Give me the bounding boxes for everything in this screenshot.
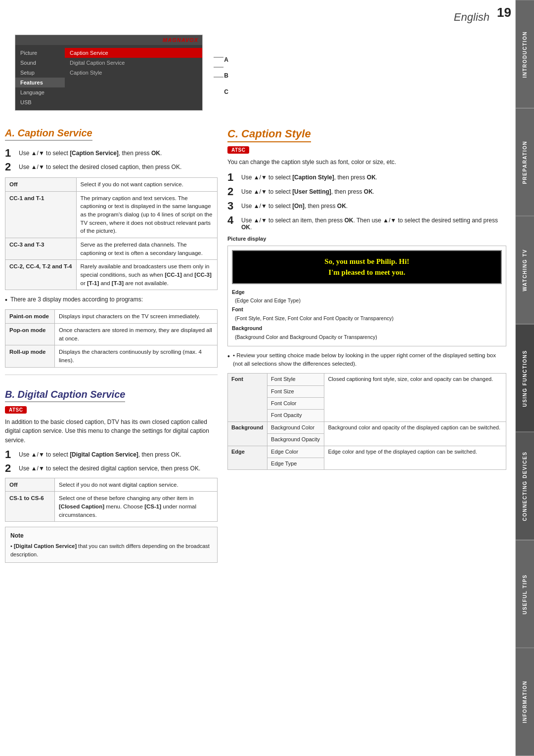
menu-item-usb[interactable]: USB [15,97,65,107]
bg-opacity-cell: Background Opacity [267,434,324,446]
row-key: Roll-up mode [5,345,55,367]
section-a-title: A. Caption Service [5,127,92,141]
sidebar-tab-introduction[interactable]: INTRODUCTION [516,0,534,108]
row-key: Off [5,478,55,492]
font-opacity-cell: Font Opacity [267,410,324,421]
menu-item-setup[interactable]: Setup [15,68,65,78]
submenu-caption-style[interactable]: Caption Style [65,68,202,78]
left-column: A. Caption Service 1 Use ▲/▼ to select [… [5,121,218,568]
edge-label: Edge [232,289,245,295]
font-color-cell: Font Color [267,397,324,409]
font-style-cell: Font Style [267,374,324,385]
section-c-title: C. Caption Style [227,127,311,142]
step-a2-num: 2 [5,162,14,172]
picture-display-label: Picture display [227,236,506,242]
font-size-cell: Font Size [267,385,324,397]
row-value: The primary caption and text services. T… [76,191,217,238]
table-row: Paint-on mode Displays input characters … [5,310,218,324]
right-column: C. Caption Style ATSC You can change the… [227,121,506,568]
tv-menu-screenshot: MAGNAVOX Picture Sound Setup Features La… [15,35,203,111]
step-a2-text: Use ▲/▼ to select the desired closed cap… [19,162,218,170]
row-value: Displays input characters on the TV scre… [55,310,218,324]
background-desc: (Background Color and Background Opacity… [232,333,502,342]
row-key: CC-2, CC-4, T-2 and T-4 [5,260,77,290]
section-c: C. Caption Style ATSC You can change the… [227,121,506,470]
table-row-background: Background Background Color Background c… [228,421,506,433]
bg-desc-cell: Background color and opacity of the disp… [324,421,506,446]
sidebar-tab-using-functions[interactable]: USING FUNCTIONS [516,324,534,432]
table-row: CC-2, CC-4, T-2 and T-4 Rarely available… [5,260,218,290]
bg-color-cell: Background Color [267,421,324,433]
font-desc-cell: Closed captioning font style, size, colo… [324,374,506,422]
section-c-intro: You can change the caption style such as… [227,158,506,167]
sidebar-tab-useful-tips[interactable]: USEFUL TIPS [516,540,534,648]
modes-table: Paint-on mode Displays input characters … [5,309,218,367]
step-a1-text: Use ▲/▼ to select [Caption Service], the… [19,148,218,157]
label-b: B [224,69,228,82]
tv-menu-body: Picture Sound Setup Features Language US… [15,45,202,110]
caption-style-table: Font Font Style Closed captioning font s… [227,373,506,470]
edge-desc-cell: Edge color and type of the displayed cap… [324,446,506,470]
section-b-title: B. Digital Caption Service [5,389,125,402]
menu-item-language[interactable]: Language [15,87,65,97]
step-c4-text: Use ▲/▼ to select an item, then press OK… [241,215,506,231]
edge-desc: (Edge Color and Edge Type) [232,296,502,305]
table-row: Roll-up mode Displays the characters con… [5,345,218,367]
menu-item-sound[interactable]: Sound [15,58,65,68]
submenu-caption-service[interactable]: Caption Service [65,48,202,58]
step-c2-text: Use ▲/▼ to select [User Setting], then p… [241,186,506,195]
step-c2-num: 2 [227,186,236,197]
picture-display-container: Picture display So, you must be Philip. … [227,236,506,346]
row-key: CC-1 and T-1 [5,191,77,238]
step-c3-text: Use ▲/▼ to select [On], then press OK. [241,201,506,210]
submenu-digital-caption-service[interactable]: Digital Caption Service [65,58,202,68]
row-value: Select if you do not want digital captio… [55,478,218,492]
table-row: CC-3 and T-3 Serve as the preferred data… [5,238,218,260]
atsc-badge-b: ATSC [5,406,27,414]
font-group-header: Font [228,374,267,422]
note-text: • [Digital Caption Service] that you can… [10,542,212,558]
table-row: CC-1 and T-1 The primary caption and tex… [5,191,218,238]
row-value: Displays the characters continuously by … [55,345,218,367]
section-a-steps: 1 Use ▲/▼ to select [Caption Service], t… [5,148,218,172]
row-value: Serve as the preferred data channels. Th… [76,238,217,260]
step-c1-num: 1 [227,172,236,183]
section-b-intro: In addition to the basic closed caption,… [5,418,218,445]
step-b2-num: 2 [5,463,14,474]
table-row-edge: Edge Edge Color Edge color and type of t… [228,446,506,458]
step-c3-num: 3 [227,201,236,211]
font-label: Font [232,306,243,312]
font-desc: (Font Style, Font Size, Font Color and F… [232,314,502,323]
sidebar-tab-connecting-devices[interactable]: CONNECTING DEVICES [516,432,534,540]
tv-menu-right: Caption Service Digital Caption Service … [65,45,202,110]
menu-item-picture[interactable]: Picture [15,48,65,58]
step-b1-text: Use ▲/▼ to select [Digital Caption Servi… [19,449,218,458]
section-b-table: Off Select if you do not want digital ca… [5,478,218,522]
sidebar-tab-information[interactable]: INFORMATION [516,648,534,756]
row-key: Pop-on mode [5,324,55,345]
background-label: Background [232,325,262,331]
row-key: CC-3 and T-3 [5,238,77,260]
row-value: Rarely available and broadcasters use th… [76,260,217,290]
step-c4-num: 4 [227,215,236,226]
note-box-b: Note • [Digital Caption Service] that yo… [5,527,218,563]
table-row: CS-1 to CS-6 Select one of these before … [5,492,218,522]
review-note: • • Review your setting choice made belo… [227,351,506,369]
row-value: Select one of these before changing any … [55,492,218,522]
background-group-header: Background [228,421,267,446]
divider-ab [5,375,218,375]
picture-text-2: I'm pleased to meet you. [240,267,494,278]
tv-menu-header: MAGNAVOX [15,35,202,45]
menu-item-features[interactable]: Features [15,78,65,87]
sidebar-tab-watching-tv[interactable]: WATCHING TV [516,216,534,324]
table-row-font: Font Font Style Closed captioning font s… [228,374,506,385]
row-value: Select if you do not want caption servic… [76,178,217,192]
tv-menu-left: Picture Sound Setup Features Language US… [15,45,65,110]
row-key: Off [5,178,77,192]
main-content: MAGNAVOX Picture Sound Setup Features La… [0,0,515,573]
sidebar-tab-preparation[interactable]: PREPARATION [516,108,534,216]
magnavox-logo: MAGNAVOX [163,37,198,43]
edge-group-header: Edge [228,446,267,470]
label-c: C [224,85,228,98]
step-b1-num: 1 [5,449,14,460]
